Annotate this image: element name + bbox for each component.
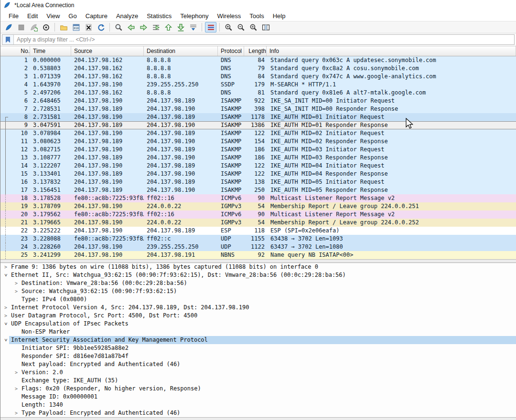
detail-line[interactable]: Exchange type: IKE_AUTH (35): [0, 377, 516, 385]
detail-line[interactable]: >Ethernet II, Src: Watchgua_93:62:15 (00…: [0, 271, 516, 279]
column-header-length[interactable]: Length: [244, 46, 267, 56]
expand-arrow-icon[interactable]: >: [13, 279, 20, 287]
packet-row-20[interactable]: 203.179562fe80::ac8b:7225:93f8…ff02::16I…: [0, 210, 516, 219]
reload-file-button[interactable]: [95, 22, 107, 32]
packet-row-9[interactable]: 93.047591204.137.98.189204.137.98.190ISA…: [0, 121, 516, 129]
cell-dst: 204.137.98.189: [144, 178, 218, 186]
start-capture-button[interactable]: [3, 22, 14, 32]
detail-line[interactable]: Responder SPI: d816ee7d81a87b4f: [0, 352, 516, 360]
menu-telephony[interactable]: Telephony: [176, 11, 213, 21]
packet-row-12[interactable]: 123.082715204.137.98.190204.137.98.189IS…: [0, 146, 516, 154]
close-file-button[interactable]: [83, 22, 94, 32]
packet-row-1[interactable]: 10.000000204.137.98.1628.8.8.8DNS84Stand…: [0, 56, 516, 64]
packet-row-11[interactable]: 113.080623204.137.98.189204.137.98.190IS…: [0, 137, 516, 146]
detail-line[interactable]: >Internet Security Association and Key M…: [0, 336, 516, 344]
column-header-info[interactable]: Info: [267, 46, 516, 56]
colorize-packets-button[interactable]: [205, 22, 216, 32]
column-header-source[interactable]: Source: [71, 46, 144, 56]
detail-line[interactable]: >Source: Watchgua_93:62:15 (00:90:7f:93:…: [0, 287, 516, 295]
resize-columns-button[interactable]: [260, 22, 271, 32]
packet-row-23[interactable]: 233.228088fe80::ac8b:7225:93f8…ff02::cUD…: [0, 235, 516, 243]
detail-line[interactable]: >UDP Encapsulation of IPsec Packets: [0, 320, 516, 328]
detail-line[interactable]: >Version: 2.0: [0, 368, 516, 377]
menu-go[interactable]: Go: [64, 11, 81, 21]
packet-row-8[interactable]: 82.731581204.137.98.190204.137.98.189ISA…: [0, 113, 516, 121]
cell-proto: ISAKMP: [218, 113, 244, 121]
expand-arrow-icon[interactable]: >: [13, 385, 20, 393]
open-file-button[interactable]: [58, 22, 69, 32]
packet-row-14[interactable]: 143.122207204.137.98.190204.137.98.189IS…: [0, 162, 516, 170]
svg-text:010: 010: [74, 27, 79, 30]
packet-row-21[interactable]: 213.179665204.137.98.190224.0.0.22IGMPv3…: [0, 219, 516, 227]
menu-help[interactable]: Help: [269, 11, 290, 21]
collapse-arrow-icon[interactable]: >: [2, 272, 10, 279]
menu-wireless[interactable]: Wireless: [213, 11, 245, 21]
go-to-packet-button[interactable]: [150, 22, 161, 32]
detail-line[interactable]: Non-ESP Marker: [0, 328, 516, 336]
collapse-arrow-icon[interactable]: >: [2, 321, 10, 327]
packet-row-25[interactable]: 253.241299204.137.98.190204.137.98.191NB…: [0, 251, 516, 259]
zoom-out-button[interactable]: [235, 22, 247, 32]
menu-analyze[interactable]: Analyze: [112, 11, 142, 21]
expand-arrow-icon[interactable]: >: [13, 409, 20, 417]
packet-row-16[interactable]: 163.137832204.137.98.190204.137.98.189IS…: [0, 178, 516, 186]
packet-row-4[interactable]: 41.643970204.137.98.190239.255.255.250SS…: [0, 81, 516, 89]
menu-file[interactable]: File: [4, 11, 23, 21]
next-packet-button[interactable]: [138, 22, 149, 32]
zoom-reset-button[interactable]: [247, 22, 259, 32]
detail-line[interactable]: >Frame 9: 1386 bytes on wire (11088 bits…: [0, 263, 516, 271]
packet-row-13[interactable]: 133.108777204.137.98.189204.137.98.190IS…: [0, 154, 516, 162]
pane-splitter[interactable]: [0, 259, 516, 263]
packet-row-10[interactable]: 103.078984204.137.98.190204.137.98.189IS…: [0, 129, 516, 137]
expand-arrow-icon[interactable]: >: [2, 304, 9, 312]
packet-row-24[interactable]: 243.228260204.137.98.190239.255.255.250U…: [0, 243, 516, 251]
detail-line[interactable]: Type: IPv4 (0x0800): [0, 295, 516, 304]
collapse-arrow-icon[interactable]: >: [2, 337, 10, 344]
bottom-scroll-strip[interactable]: [0, 417, 516, 420]
detail-line[interactable]: Message ID: 0x00000001: [0, 393, 516, 401]
packet-row-19[interactable]: 193.178709204.137.98.190224.0.0.22IGMPv3…: [0, 202, 516, 210]
menu-view[interactable]: View: [42, 11, 64, 21]
detail-line[interactable]: Next payload: Encrypted and Authenticate…: [0, 360, 516, 368]
detail-line[interactable]: >Internet Protocol Version 4, Src: 204.1…: [0, 304, 516, 312]
packet-row-18[interactable]: 183.178528fe80::ac8b:7225:93f8…ff02::16I…: [0, 194, 516, 202]
cell-no: 1: [0, 56, 30, 64]
packet-row-22[interactable]: 223.225222204.137.98.190204.137.98.189ES…: [0, 227, 516, 235]
detail-line[interactable]: >Type Payload: Encrypted and Authenticat…: [0, 409, 516, 417]
capture-options-button[interactable]: [40, 22, 52, 32]
menu-statistics[interactable]: Statistics: [142, 11, 176, 21]
detail-line[interactable]: Initiator SPI: 9bb1ee59285a88e2: [0, 344, 516, 352]
menu-capture[interactable]: Capture: [81, 11, 112, 21]
column-header-time[interactable]: Time: [30, 46, 71, 56]
menu-edit[interactable]: Edit: [23, 11, 42, 21]
filter-bookmark-button[interactable]: [2, 35, 14, 44]
column-header-protocol[interactable]: Protocol: [218, 46, 244, 56]
save-file-button[interactable]: 010: [70, 22, 82, 32]
go-to-top-button[interactable]: [162, 22, 174, 32]
menu-tools[interactable]: Tools: [245, 11, 268, 21]
expand-arrow-icon[interactable]: >: [2, 263, 9, 271]
go-to-bottom-button[interactable]: [175, 22, 186, 32]
packet-row-7[interactable]: 72.728531204.137.98.189204.137.98.190ISA…: [0, 105, 516, 113]
column-header-destination[interactable]: Destination: [144, 46, 218, 56]
folder-open-icon: [60, 23, 68, 32]
expand-arrow-icon[interactable]: >: [2, 312, 9, 320]
previous-packet-button[interactable]: [125, 22, 137, 32]
expand-arrow-icon[interactable]: >: [13, 287, 20, 295]
detail-line[interactable]: Length: 1340: [0, 401, 516, 409]
column-header-no[interactable]: No.: [0, 46, 30, 56]
detail-line[interactable]: >Destination: Vmware_28:ba:56 (00:0c:29:…: [0, 279, 516, 287]
zoom-in-button[interactable]: [223, 22, 234, 32]
packet-row-2[interactable]: 20.538803204.137.98.1628.8.8.8DNS79Stand…: [0, 64, 516, 73]
detail-line[interactable]: >User Datagram Protocol, Src Port: 4500,…: [0, 312, 516, 320]
packet-row-3[interactable]: 31.071339204.137.98.1628.8.8.8DNS84Stand…: [0, 73, 516, 81]
packet-row-6[interactable]: 62.648465204.137.98.190204.137.98.189ISA…: [0, 97, 516, 105]
find-packet-button[interactable]: [113, 22, 124, 32]
expand-arrow-icon[interactable]: >: [13, 368, 20, 377]
detail-line[interactable]: >Flags: 0x20 (Responder, No higher versi…: [0, 385, 516, 393]
packet-row-5[interactable]: 52.497206204.137.98.1628.8.8.8DNS81Stand…: [0, 89, 516, 97]
packet-row-17[interactable]: 173.156451204.137.98.189204.137.98.190IS…: [0, 186, 516, 194]
display-filter-input[interactable]: [14, 35, 514, 44]
packet-row-15[interactable]: 153.133401204.137.98.189204.137.98.190IS…: [0, 170, 516, 178]
auto-scroll-button[interactable]: [187, 22, 199, 32]
